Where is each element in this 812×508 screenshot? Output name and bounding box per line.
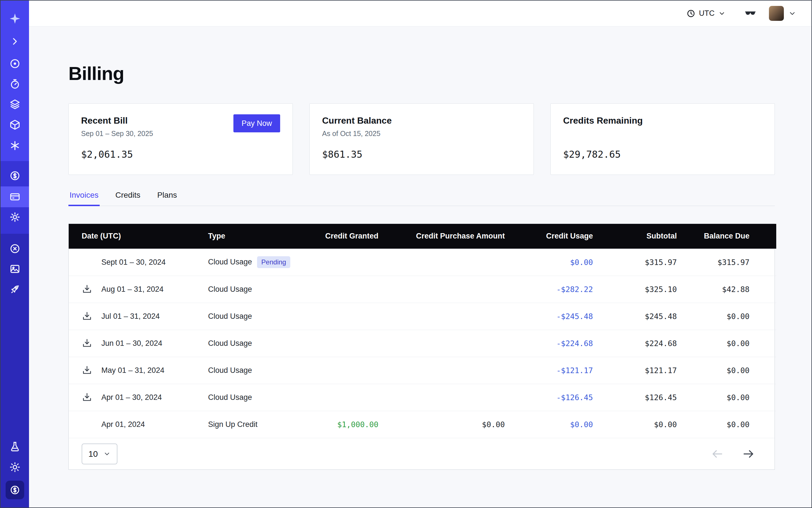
download-invoice-icon[interactable] <box>82 284 101 295</box>
type-cell: Cloud Usage <box>208 330 294 357</box>
subtotal-cell: $126.45 <box>593 384 677 411</box>
tab-plans[interactable]: Plans <box>156 190 178 206</box>
col-credit-granted: Credit Granted <box>294 224 378 249</box>
balance-due-cell: $42.88 <box>677 276 776 303</box>
current-balance-amount: $861.35 <box>322 149 362 160</box>
credit-purchase-cell <box>378 276 505 303</box>
circle-x-icon[interactable] <box>8 242 22 255</box>
credit-granted-cell: $1,000.00 <box>294 411 378 438</box>
billing-tabs: Invoices Credits Plans <box>69 190 775 206</box>
table-row: Jun 01 – 30, 2024 Cloud Usage -$224.68 $… <box>69 330 776 357</box>
credit-granted-cell <box>294 276 378 303</box>
sun-icon[interactable] <box>8 461 22 474</box>
credits-remaining-card: Credits Remaining $29,782.65 <box>550 103 775 175</box>
dollar-badge-icon[interactable] <box>6 481 24 499</box>
page-title: Billing <box>69 62 775 84</box>
next-page-button[interactable] <box>742 448 755 460</box>
credit-purchase-cell <box>378 357 505 384</box>
status-badge: Pending <box>257 256 290 268</box>
rocket-icon[interactable] <box>8 283 22 296</box>
credit-purchase-cell <box>378 330 505 357</box>
balance-due-cell: $0.00 <box>677 384 776 411</box>
cube-icon[interactable] <box>8 118 22 131</box>
usage-dollar-icon[interactable] <box>8 169 22 182</box>
asterisk-icon[interactable] <box>8 139 22 152</box>
date-cell: Sept 01 – 30, 2024 <box>69 249 208 276</box>
credit-usage-cell: -$245.48 <box>505 303 593 330</box>
account-chevron-down-icon[interactable] <box>788 9 796 17</box>
col-type: Type <box>208 224 294 249</box>
credit-purchase-cell: $0.00 <box>378 411 505 438</box>
type-cell: Cloud Usage <box>208 276 294 303</box>
settings-gear-icon[interactable] <box>8 211 22 223</box>
layers-icon[interactable] <box>8 98 22 111</box>
user-avatar[interactable] <box>769 6 784 21</box>
col-balance-due: Balance Due <box>677 224 776 249</box>
chevron-right-icon[interactable] <box>8 35 22 48</box>
credit-purchase-cell <box>378 249 505 276</box>
timer-icon[interactable] <box>8 77 22 90</box>
timezone-selector[interactable]: UTC <box>686 9 726 18</box>
table-row: Apr 01 – 30, 2024 Cloud Usage -$126.45 $… <box>69 384 776 411</box>
pay-now-button[interactable]: Pay Now <box>233 114 280 132</box>
clock-icon <box>686 9 695 18</box>
table-header-row: Date (UTC) Type Credit Granted Credit Pu… <box>69 224 776 249</box>
chevron-down-icon <box>103 450 111 458</box>
date-cell: Aug 01 – 31, 2024 <box>69 276 208 303</box>
type-cell: Sign Up Credit <box>208 411 294 438</box>
main-content: Billing Recent Bill Sep 01 – Sep 30, 202… <box>29 27 811 507</box>
current-balance-title: Current Balance <box>322 116 521 126</box>
radar-icon[interactable] <box>8 57 22 70</box>
download-invoice-icon[interactable] <box>82 311 101 322</box>
image-icon[interactable] <box>8 262 22 276</box>
balance-due-cell: $0.00 <box>677 330 776 357</box>
glasses-icon[interactable] <box>744 7 757 20</box>
type-cell: Cloud Usage <box>208 303 294 330</box>
download-invoice-icon[interactable] <box>82 338 101 349</box>
flask-icon[interactable] <box>8 440 22 453</box>
table-row: May 01 – 31, 2024 Cloud Usage -$121.17 $… <box>69 357 776 384</box>
credit-usage-cell: -$282.22 <box>505 276 593 303</box>
credit-granted-cell <box>294 384 378 411</box>
page-size-select[interactable]: 10 <box>82 443 117 464</box>
date-cell: Jun 01 – 30, 2024 <box>69 330 208 357</box>
credit-purchase-cell <box>378 303 505 330</box>
tab-credits[interactable]: Credits <box>114 190 142 206</box>
prev-page-button[interactable] <box>711 448 724 460</box>
subtotal-cell: $245.48 <box>593 303 677 330</box>
credit-usage-cell: -$121.17 <box>505 357 593 384</box>
table-row: Aug 01 – 31, 2024 Cloud Usage -$282.22 $… <box>69 276 776 303</box>
credit-purchase-cell <box>378 384 505 411</box>
type-cell: Cloud Usage <box>208 357 294 384</box>
type-cell: Cloud Usage <box>208 384 294 411</box>
page-size-value: 10 <box>88 449 98 459</box>
tab-invoices[interactable]: Invoices <box>69 190 100 206</box>
subtotal-cell: $121.17 <box>593 357 677 384</box>
table-footer: 10 <box>69 438 775 469</box>
credits-remaining-title: Credits Remaining <box>563 116 762 126</box>
credit-usage-cell: -$224.68 <box>505 330 593 357</box>
current-balance-asof: As of Oct 15, 2025 <box>322 130 521 138</box>
invoices-table: Date (UTC) Type Credit Granted Credit Pu… <box>69 223 775 470</box>
date-cell: Apr 01 – 30, 2024 <box>69 384 208 411</box>
balance-due-cell: $0.00 <box>677 303 776 330</box>
chevron-down-icon <box>718 10 726 17</box>
col-credit-purchase: Credit Purchase Amount <box>378 224 505 249</box>
billing-card-icon[interactable] <box>8 190 22 203</box>
current-balance-card: Current Balance As of Oct 15, 2025 $861.… <box>309 103 534 175</box>
table-row: Jul 01 – 31, 2024 Cloud Usage -$245.48 $… <box>69 303 776 330</box>
credit-usage-cell: $0.00 <box>505 249 593 276</box>
sidebar <box>1 1 29 507</box>
app-logo-icon[interactable] <box>8 12 22 25</box>
credit-granted-cell <box>294 357 378 384</box>
table-row: Sept 01 – 30, 2024 Cloud UsagePending $0… <box>69 249 776 276</box>
date-cell: Jul 01 – 31, 2024 <box>69 303 208 330</box>
col-date: Date (UTC) <box>69 224 208 249</box>
download-invoice-icon[interactable] <box>82 392 101 403</box>
subtotal-cell: $325.10 <box>593 276 677 303</box>
subtotal-cell: $0.00 <box>593 411 677 438</box>
download-invoice-icon[interactable] <box>82 365 101 376</box>
credit-granted-cell <box>294 303 378 330</box>
subtotal-cell: $315.97 <box>593 249 677 276</box>
credit-granted-cell <box>294 330 378 357</box>
